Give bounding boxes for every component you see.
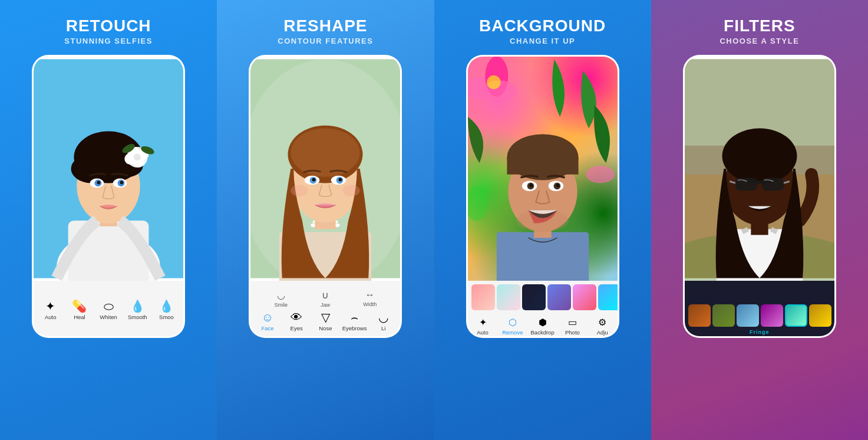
svg-point-20	[97, 181, 101, 185]
sub-smile[interactable]: ◡ Smile	[274, 290, 288, 308]
reshape-phone: ◡ Smile ∪ Jaw ↔ Width ☺ Face	[249, 55, 402, 338]
filters-panel: FILTERS CHOOSE A STYLE	[651, 0, 868, 440]
background-header: BACKGROUND CHANGE IT UP	[479, 17, 606, 45]
eyes-icon: 👁	[291, 311, 302, 323]
bg-adjust-label: Adju	[597, 329, 608, 336]
sub-width[interactable]: ↔ Width	[363, 290, 377, 308]
svg-point-37	[291, 185, 308, 196]
auto-icon: ✦	[45, 300, 55, 312]
bg-option-6[interactable]	[598, 284, 618, 310]
toolbar-auto[interactable]: ✦ Auto	[38, 300, 64, 320]
reshape-toolbar: ◡ Smile ∪ Jaw ↔ Width ☺ Face	[250, 281, 400, 338]
bg-auto-label: Auto	[477, 329, 489, 336]
heal-icon: 💊	[72, 300, 87, 312]
bg-remove-icon: ⬡	[509, 318, 517, 327]
smooth2-icon: 💧	[159, 300, 174, 312]
bg-remove-label: Remove	[502, 329, 523, 336]
filter-thumb-4[interactable]	[761, 304, 783, 327]
reshape-toolbar-items: ☺ Face 👁 Eyes ▽ Nose ⌢ Eyebrows ◡ Li	[253, 311, 398, 331]
svg-point-6	[71, 155, 111, 183]
toolbar-whiten[interactable]: ⬭ Whiten	[95, 300, 121, 320]
eyes-label: Eyes	[291, 325, 303, 331]
heal-label: Heal	[74, 314, 85, 320]
smile-label: Smile	[274, 302, 288, 308]
svg-rect-49	[507, 157, 578, 174]
svg-point-21	[120, 181, 124, 185]
filter-thumb-6[interactable]	[809, 304, 831, 327]
jaw-icon: ∪	[322, 290, 329, 301]
bg-option-3[interactable]	[522, 284, 546, 310]
svg-point-35	[312, 178, 316, 182]
retouch-phone: ✦ Auto 💊 Heal ⬭ Whiten 💧 Smooth 💧 S	[32, 55, 185, 338]
retouch-photo	[34, 57, 183, 281]
toolbar-smooth[interactable]: 💧 Smooth	[124, 300, 150, 320]
smooth-label: Smooth	[128, 314, 147, 320]
face-icon: ☺	[262, 311, 273, 323]
bg-option-4[interactable]	[547, 284, 571, 310]
filters-header: FILTERS CHOOSE A STYLE	[720, 17, 799, 45]
svg-point-36	[339, 178, 342, 182]
bg-photo-label: Photo	[565, 329, 580, 336]
retouch-toolbar-items: ✦ Auto 💊 Heal ⬭ Whiten 💧 Smooth 💧 S	[36, 300, 181, 320]
svg-point-64	[722, 129, 797, 184]
filter-thumbs	[685, 304, 834, 327]
toolbar-heal[interactable]: 💊 Heal	[67, 300, 93, 320]
bg-backdrop-icon: ⬢	[539, 318, 547, 327]
lips-label: Li	[381, 325, 385, 331]
bg-backdrop[interactable]: ⬢ Backdrop	[530, 318, 556, 336]
toolbar-lips[interactable]: ◡ Li	[371, 311, 397, 331]
retouch-panel: RETOUCH STUNNING SELFIES	[0, 0, 217, 440]
sub-jaw[interactable]: ∪ Jaw	[321, 290, 330, 308]
bg-option-1[interactable]	[471, 284, 495, 310]
reshape-header: RESHAPE CONTOUR FEATURES	[278, 17, 373, 45]
retouch-title: RETOUCH	[64, 17, 153, 35]
svg-point-55	[556, 183, 559, 187]
svg-rect-67	[757, 181, 762, 184]
bg-photo-icon: ▭	[568, 318, 577, 327]
bg-option-5[interactable]	[573, 284, 596, 310]
reshape-sub-toolbar: ◡ Smile ∪ Jaw ↔ Width	[253, 290, 398, 308]
filter-thumb-2[interactable]	[712, 304, 735, 327]
background-subtitle: CHANGE IT UP	[479, 37, 606, 45]
filters-subtitle: CHOOSE A STYLE	[720, 37, 799, 45]
background-title: BACKGROUND	[479, 17, 606, 35]
whiten-label: Whiten	[100, 314, 117, 320]
reshape-subtitle: CONTOUR FEATURES	[278, 37, 373, 45]
eyebrows-label: Eyebrows	[342, 325, 367, 331]
filter-thumb-1[interactable]	[688, 304, 711, 327]
auto-label: Auto	[45, 314, 57, 320]
toolbar-eyebrows[interactable]: ⌢ Eyebrows	[342, 311, 368, 331]
svg-point-13	[134, 154, 141, 161]
filter-active-label: Fringe	[750, 329, 770, 335]
nose-icon: ▽	[321, 311, 330, 323]
svg-point-54	[529, 183, 533, 187]
svg-point-56	[517, 209, 569, 232]
retouch-toolbar: ✦ Auto 💊 Heal ⬭ Whiten 💧 Smooth 💧 S	[34, 281, 183, 338]
bg-remove[interactable]: ⬡ Remove	[500, 318, 526, 336]
bg-photo[interactable]: ▭ Photo	[559, 318, 585, 336]
toolbar-eyes[interactable]: 👁 Eyes	[283, 311, 309, 331]
smooth2-label: Smoo	[159, 314, 174, 320]
reshape-panel: RESHAPE CONTOUR FEATURES	[217, 0, 434, 440]
filter-thumb-3[interactable]	[737, 304, 759, 327]
toolbar-face[interactable]: ☺ Face	[255, 311, 280, 331]
toolbar-nose[interactable]: ▽ Nose	[312, 311, 338, 331]
width-label: Width	[363, 301, 377, 307]
nose-label: Nose	[319, 325, 332, 331]
filter-thumb-5[interactable]	[785, 304, 807, 327]
svg-point-38	[343, 185, 360, 196]
width-icon: ↔	[365, 290, 375, 300]
retouch-header: RETOUCH STUNNING SELFIES	[64, 17, 153, 45]
background-toolbar: ✦ Auto ⬡ Remove ⬢ Backdrop ▭ Photo ⚙ A	[468, 313, 618, 338]
background-options-strip	[468, 281, 618, 313]
background-panel: BACKGROUND CHANGE IT UP	[434, 0, 651, 440]
toolbar-smooth2[interactable]: 💧 Smoo	[153, 300, 179, 320]
filters-phone: Fringe	[683, 55, 836, 338]
eyebrows-icon: ⌢	[351, 311, 358, 323]
bg-auto-icon: ✦	[479, 318, 487, 327]
bg-backdrop-label: Backdrop	[531, 329, 555, 336]
bg-auto[interactable]: ✦ Auto	[470, 318, 496, 336]
bg-adjust[interactable]: ⚙ Adju	[589, 318, 615, 336]
lips-icon: ◡	[378, 311, 388, 323]
bg-option-2[interactable]	[497, 284, 520, 310]
